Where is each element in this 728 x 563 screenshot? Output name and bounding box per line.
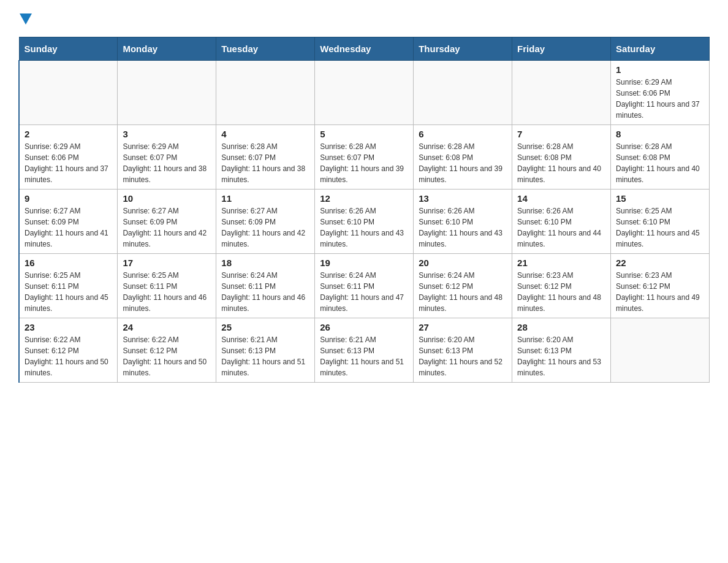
- day-number: 18: [221, 258, 309, 268]
- calendar-cell: 17Sunrise: 6:25 AMSunset: 6:11 PMDayligh…: [118, 254, 216, 318]
- logo: [18, 12, 32, 26]
- calendar-cell: 18Sunrise: 6:24 AMSunset: 6:11 PMDayligh…: [216, 254, 315, 318]
- calendar-cell: 10Sunrise: 6:27 AMSunset: 6:09 PMDayligh…: [118, 190, 216, 254]
- calendar-cell: 21Sunrise: 6:23 AMSunset: 6:12 PMDayligh…: [512, 254, 611, 318]
- calendar-cell: [512, 61, 611, 125]
- day-info: Sunrise: 6:23 AMSunset: 6:12 PMDaylight:…: [517, 270, 605, 314]
- day-number: 7: [517, 129, 605, 139]
- day-info: Sunrise: 6:24 AMSunset: 6:11 PMDaylight:…: [221, 270, 309, 314]
- page-header: [18, 12, 710, 26]
- calendar-cell: 7Sunrise: 6:28 AMSunset: 6:08 PMDaylight…: [512, 125, 611, 190]
- day-info: Sunrise: 6:28 AMSunset: 6:08 PMDaylight:…: [419, 141, 507, 185]
- day-number: 22: [616, 258, 704, 268]
- day-info: Sunrise: 6:25 AMSunset: 6:10 PMDaylight:…: [616, 205, 704, 250]
- calendar-cell: 14Sunrise: 6:26 AMSunset: 6:10 PMDayligh…: [512, 190, 611, 254]
- calendar-cell: [611, 318, 710, 383]
- day-info: Sunrise: 6:28 AMSunset: 6:07 PMDaylight:…: [221, 141, 309, 185]
- day-info: Sunrise: 6:22 AMSunset: 6:12 PMDaylight:…: [123, 334, 211, 378]
- day-number: 5: [320, 129, 408, 139]
- calendar-cell: 23Sunrise: 6:22 AMSunset: 6:12 PMDayligh…: [19, 318, 118, 383]
- day-number: 13: [419, 193, 507, 204]
- day-info: Sunrise: 6:26 AMSunset: 6:10 PMDaylight:…: [419, 205, 507, 250]
- calendar-cell: [216, 61, 315, 125]
- calendar-cell: 28Sunrise: 6:20 AMSunset: 6:13 PMDayligh…: [512, 318, 611, 383]
- calendar-cell: [414, 61, 512, 125]
- calendar-cell: 15Sunrise: 6:25 AMSunset: 6:10 PMDayligh…: [611, 190, 710, 254]
- calendar-cell: 27Sunrise: 6:20 AMSunset: 6:13 PMDayligh…: [414, 318, 512, 383]
- day-number: 20: [419, 258, 507, 268]
- calendar-header-thursday: Thursday: [414, 37, 512, 61]
- calendar-week-4: 16Sunrise: 6:25 AMSunset: 6:11 PMDayligh…: [19, 254, 710, 318]
- calendar-cell: 20Sunrise: 6:24 AMSunset: 6:12 PMDayligh…: [414, 254, 512, 318]
- day-number: 14: [517, 193, 605, 204]
- calendar-header-friday: Friday: [512, 37, 611, 61]
- calendar-table: SundayMondayTuesdayWednesdayThursdayFrid…: [18, 37, 710, 383]
- calendar-cell: 4Sunrise: 6:28 AMSunset: 6:07 PMDaylight…: [216, 125, 315, 190]
- calendar-cell: [19, 61, 118, 125]
- day-number: 6: [419, 129, 507, 139]
- day-number: 16: [25, 258, 112, 268]
- day-info: Sunrise: 6:20 AMSunset: 6:13 PMDaylight:…: [419, 334, 507, 378]
- day-info: Sunrise: 6:21 AMSunset: 6:13 PMDaylight:…: [320, 334, 408, 378]
- calendar-week-5: 23Sunrise: 6:22 AMSunset: 6:12 PMDayligh…: [19, 318, 710, 383]
- day-number: 19: [320, 258, 408, 268]
- calendar-cell: [315, 61, 414, 125]
- calendar-week-2: 2Sunrise: 6:29 AMSunset: 6:06 PMDaylight…: [19, 125, 710, 190]
- day-info: Sunrise: 6:28 AMSunset: 6:08 PMDaylight:…: [616, 141, 704, 185]
- day-number: 3: [123, 129, 211, 139]
- calendar-week-3: 9Sunrise: 6:27 AMSunset: 6:09 PMDaylight…: [19, 190, 710, 254]
- day-info: Sunrise: 6:29 AMSunset: 6:06 PMDaylight:…: [616, 77, 704, 121]
- day-number: 28: [517, 322, 605, 332]
- day-number: 8: [616, 129, 704, 139]
- calendar-cell: 12Sunrise: 6:26 AMSunset: 6:10 PMDayligh…: [315, 190, 414, 254]
- calendar-cell: 16Sunrise: 6:25 AMSunset: 6:11 PMDayligh…: [19, 254, 118, 318]
- calendar-cell: 22Sunrise: 6:23 AMSunset: 6:12 PMDayligh…: [611, 254, 710, 318]
- calendar-header-row: SundayMondayTuesdayWednesdayThursdayFrid…: [19, 37, 710, 61]
- calendar-cell: 26Sunrise: 6:21 AMSunset: 6:13 PMDayligh…: [315, 318, 414, 383]
- day-info: Sunrise: 6:28 AMSunset: 6:08 PMDaylight:…: [517, 141, 605, 185]
- day-info: Sunrise: 6:27 AMSunset: 6:09 PMDaylight:…: [123, 205, 211, 250]
- day-info: Sunrise: 6:27 AMSunset: 6:09 PMDaylight:…: [221, 205, 309, 250]
- day-info: Sunrise: 6:26 AMSunset: 6:10 PMDaylight:…: [320, 205, 408, 250]
- calendar-cell: [118, 61, 216, 125]
- calendar-cell: 19Sunrise: 6:24 AMSunset: 6:11 PMDayligh…: [315, 254, 414, 318]
- day-info: Sunrise: 6:24 AMSunset: 6:12 PMDaylight:…: [419, 270, 507, 314]
- day-number: 26: [320, 322, 408, 332]
- calendar-header-monday: Monday: [118, 37, 216, 61]
- day-number: 23: [25, 322, 112, 332]
- calendar-cell: 6Sunrise: 6:28 AMSunset: 6:08 PMDaylight…: [414, 125, 512, 190]
- day-info: Sunrise: 6:29 AMSunset: 6:06 PMDaylight:…: [25, 141, 112, 185]
- day-number: 27: [419, 322, 507, 332]
- calendar-cell: 9Sunrise: 6:27 AMSunset: 6:09 PMDaylight…: [19, 190, 118, 254]
- day-info: Sunrise: 6:24 AMSunset: 6:11 PMDaylight:…: [320, 270, 408, 314]
- day-number: 12: [320, 193, 408, 204]
- calendar-cell: 2Sunrise: 6:29 AMSunset: 6:06 PMDaylight…: [19, 125, 118, 190]
- day-info: Sunrise: 6:28 AMSunset: 6:07 PMDaylight:…: [320, 141, 408, 185]
- day-number: 25: [221, 322, 309, 332]
- calendar-cell: 1Sunrise: 6:29 AMSunset: 6:06 PMDaylight…: [611, 61, 710, 125]
- day-number: 21: [517, 258, 605, 268]
- day-info: Sunrise: 6:26 AMSunset: 6:10 PMDaylight:…: [517, 205, 605, 250]
- day-number: 1: [616, 64, 704, 75]
- day-number: 2: [25, 129, 112, 139]
- day-info: Sunrise: 6:23 AMSunset: 6:12 PMDaylight:…: [616, 270, 704, 314]
- calendar-header-sunday: Sunday: [19, 37, 118, 61]
- day-info: Sunrise: 6:21 AMSunset: 6:13 PMDaylight:…: [221, 334, 309, 378]
- day-number: 17: [123, 258, 211, 268]
- calendar-header-saturday: Saturday: [611, 37, 710, 61]
- day-info: Sunrise: 6:25 AMSunset: 6:11 PMDaylight:…: [123, 270, 211, 314]
- day-number: 15: [616, 193, 704, 204]
- day-number: 11: [221, 193, 309, 204]
- day-info: Sunrise: 6:22 AMSunset: 6:12 PMDaylight:…: [25, 334, 112, 378]
- calendar-cell: 8Sunrise: 6:28 AMSunset: 6:08 PMDaylight…: [611, 125, 710, 190]
- calendar-cell: 13Sunrise: 6:26 AMSunset: 6:10 PMDayligh…: [414, 190, 512, 254]
- logo-arrow-icon: [20, 13, 32, 26]
- day-number: 9: [25, 193, 112, 204]
- day-info: Sunrise: 6:29 AMSunset: 6:07 PMDaylight:…: [123, 141, 211, 185]
- calendar-week-1: 1Sunrise: 6:29 AMSunset: 6:06 PMDaylight…: [19, 61, 710, 125]
- day-number: 10: [123, 193, 211, 204]
- day-number: 24: [123, 322, 211, 332]
- svg-marker-0: [20, 13, 32, 25]
- day-info: Sunrise: 6:20 AMSunset: 6:13 PMDaylight:…: [517, 334, 605, 378]
- calendar-cell: 25Sunrise: 6:21 AMSunset: 6:13 PMDayligh…: [216, 318, 315, 383]
